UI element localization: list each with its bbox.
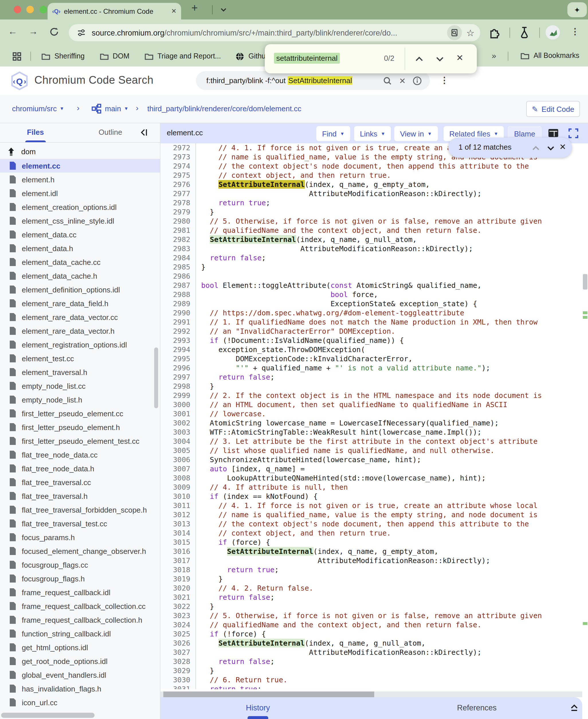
line-number[interactable]: 2975 <box>161 171 196 180</box>
file-item[interactable]: element_css_inline_style.idl <box>0 214 160 228</box>
line-number[interactable]: 3026 <box>161 639 196 648</box>
browser-tab[interactable]: ‹Q› element.cc - Chromium Code ✕ <box>47 3 181 20</box>
sidebar-vertical-scrollbar[interactable] <box>154 347 158 408</box>
file-item[interactable]: function_string_callback.idl <box>0 627 160 640</box>
line-number[interactable]: 2986 <box>161 272 196 281</box>
file-item[interactable]: focusgroup_flags.cc <box>0 558 160 572</box>
avatar[interactable] <box>546 25 560 40</box>
line-number[interactable]: 3004 <box>161 437 196 446</box>
line-number[interactable]: 2981 <box>161 226 196 235</box>
url-bar[interactable]: source.chromium.org/chromium/chromium/sr… <box>69 24 480 41</box>
file-item[interactable]: get_root_node_options.idl <box>0 654 160 668</box>
apps-grid-icon[interactable] <box>13 52 21 61</box>
line-number[interactable]: 2976 <box>161 180 196 189</box>
close-findbar-icon[interactable]: ✕ <box>456 53 463 63</box>
file-item[interactable]: element.cc <box>0 159 160 172</box>
line-number[interactable]: 2987 <box>161 281 196 290</box>
line-number[interactable]: 3016 <box>161 547 196 556</box>
edit-code-button[interactable]: ✎Edit Code <box>526 101 580 117</box>
parent-directory-item[interactable]: dom <box>0 144 160 159</box>
line-number[interactable]: 2988 <box>161 290 196 299</box>
line-number[interactable]: 3015 <box>161 538 196 547</box>
file-item[interactable]: frame_request_callback_collection.cc <box>0 599 160 613</box>
line-number[interactable]: 2982 <box>161 235 196 244</box>
line-number[interactable]: 3031 <box>161 684 196 689</box>
line-number[interactable]: 2994 <box>161 345 196 354</box>
line-number[interactable]: 2978 <box>161 198 196 208</box>
line-number[interactable]: 2998 <box>161 382 196 391</box>
bookmark-item[interactable]: Triage and Report... <box>144 52 221 60</box>
line-number[interactable]: 3029 <box>161 666 196 675</box>
file-item[interactable]: element_data.h <box>0 241 160 255</box>
line-number[interactable]: 2999 <box>161 391 196 400</box>
line-number[interactable]: 3005 <box>161 446 196 455</box>
site-settings-icon[interactable] <box>77 28 86 37</box>
breadcrumb-branch[interactable]: main▼ <box>105 104 128 113</box>
line-number[interactable]: 3003 <box>161 428 196 437</box>
file-item[interactable]: element_traversal.h <box>0 365 160 379</box>
previous-match-icon[interactable] <box>532 146 540 151</box>
file-item[interactable]: flat_tree_node_data.cc <box>0 448 160 461</box>
tab-search-chevron-icon[interactable] <box>220 7 227 12</box>
file-item[interactable]: frame_request_callback.idl <box>0 586 160 599</box>
line-number[interactable]: 2980 <box>161 217 196 226</box>
file-item[interactable]: focused_element_change_observer.h <box>0 544 160 558</box>
next-match-icon[interactable] <box>547 146 555 151</box>
line-number[interactable]: 3007 <box>161 465 196 474</box>
find-button[interactable]: Find▼ <box>316 126 350 141</box>
collapse-bottom-panel-icon[interactable] <box>570 703 579 712</box>
line-number[interactable]: 3001 <box>161 409 196 418</box>
line-number[interactable]: 2996 <box>161 364 196 373</box>
collapse-panel-icon[interactable] <box>140 128 149 137</box>
file-item[interactable]: element_rare_data_field.h <box>0 296 160 310</box>
line-number[interactable]: 2977 <box>161 189 196 198</box>
url-text[interactable]: source.chromium.org/chromium/chromium/sr… <box>92 28 447 37</box>
line-number[interactable]: 3008 <box>161 474 196 483</box>
info-icon[interactable] <box>413 76 422 85</box>
file-item[interactable]: element.h <box>0 172 160 186</box>
line-number[interactable]: 3012 <box>161 510 196 519</box>
line-number[interactable]: 3014 <box>161 529 196 538</box>
bookmark-item[interactable]: DOM <box>100 52 129 60</box>
code-horizontal-scrollbar[interactable] <box>161 692 582 697</box>
tab-outline[interactable]: Outline <box>99 128 122 137</box>
minimize-window-button[interactable] <box>26 6 34 13</box>
file-item[interactable]: focus_params.h <box>0 530 160 544</box>
file-item[interactable]: flat_tree_traversal.h <box>0 489 160 503</box>
extensions-icon[interactable] <box>488 26 500 38</box>
file-item[interactable]: element_test.cc <box>0 351 160 365</box>
line-number[interactable]: 2991 <box>161 317 196 327</box>
line-number[interactable]: 3006 <box>161 455 196 465</box>
file-item[interactable]: frame_request_callback_collection.h <box>0 613 160 627</box>
line-number[interactable]: 3028 <box>161 657 196 666</box>
file-item[interactable]: flat_tree_traversal_test.cc <box>0 517 160 530</box>
file-item[interactable]: element_data_cache.h <box>0 269 160 283</box>
file-item[interactable]: element_data.cc <box>0 228 160 241</box>
breadcrumb-path[interactable]: third_party/blink/renderer/core/dom/elem… <box>147 104 301 113</box>
line-number[interactable]: 2992 <box>161 327 196 336</box>
line-number[interactable]: 2983 <box>161 244 196 253</box>
line-number[interactable]: 3002 <box>161 418 196 428</box>
file-item[interactable]: global_event_handlers.idl <box>0 668 160 682</box>
line-number[interactable]: 3013 <box>161 519 196 529</box>
line-number[interactable]: 3030 <box>161 675 196 684</box>
tab-organize-button[interactable]: ✦ <box>567 2 587 17</box>
file-item[interactable]: first_letter_pseudo_element_test.cc <box>0 434 160 448</box>
sidebar-horizontal-scrollbar[interactable] <box>1 713 94 718</box>
bookmark-item[interactable]: Sheriffing <box>41 52 85 60</box>
file-item[interactable]: first_letter_pseudo_element.h <box>0 420 160 434</box>
scrollbar-thumb[interactable] <box>163 692 374 697</box>
file-item[interactable]: flat_tree_node_data.h <box>0 461 160 475</box>
line-number[interactable]: 3017 <box>161 556 196 565</box>
line-number[interactable]: 2984 <box>161 253 196 263</box>
search-icon[interactable] <box>383 76 392 85</box>
breadcrumb-repo[interactable]: chromium/src▼ <box>12 104 64 113</box>
line-number[interactable]: 2985 <box>161 263 196 272</box>
find-next-icon[interactable] <box>436 56 444 62</box>
code-vertical-scrollbar[interactable] <box>582 143 588 719</box>
zoom-window-button[interactable] <box>40 6 47 13</box>
bookmarks-overflow-icon[interactable]: » <box>492 51 496 60</box>
line-number[interactable]: 3022 <box>161 602 196 611</box>
file-item[interactable]: focusgroup_flags.h <box>0 572 160 586</box>
file-item[interactable]: get_html_options.idl <box>0 640 160 654</box>
